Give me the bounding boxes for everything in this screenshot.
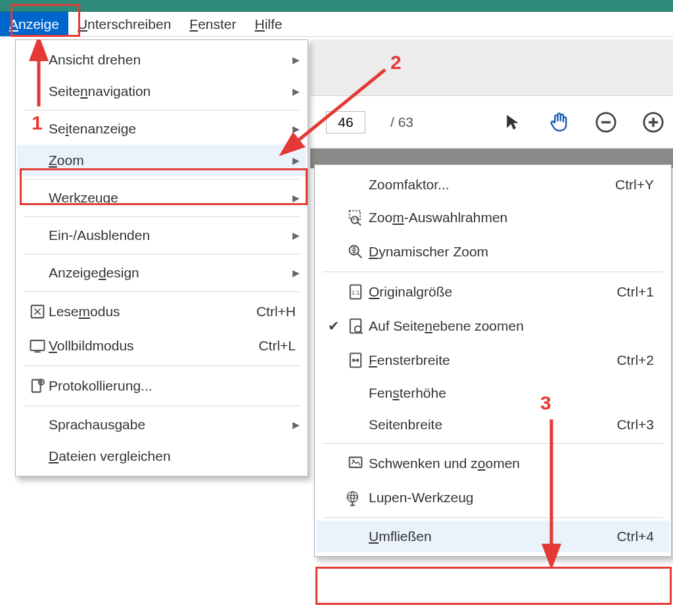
menu-item-ein-ausblenden[interactable]: Ein-/Ausblenden▶ [17,220,306,251]
menu-item-ansicht-drehen[interactable]: Ansicht drehen▶ [17,44,306,76]
svg-point-21 [355,326,361,332]
menu-item-seitennavigation[interactable]: Seitennavigation▶ [17,76,306,107]
title-bar [0,0,673,12]
submenu-item-fensterbreite[interactable]: FensterbreiteCtrl+2 [316,343,670,377]
actual-icon: 1:1 [342,283,369,301]
submenu-arrow-icon: ▶ [288,55,300,65]
menu-item-lesemodus[interactable]: LesemodusCtrl+H [17,295,306,329]
menu-item-label: Vollbildmodus [49,338,258,354]
submenu-arrow-icon: ▶ [288,419,300,430]
menu-item-label: Dateien vergleichen [49,448,300,464]
svg-rect-13 [350,211,360,220]
submenu-arrow-icon: ▶ [288,124,300,134]
menu-separator [24,366,300,366]
menu-item-werkzeuge[interactable]: Werkzeuge▶ [17,182,306,214]
submenu-item-label: Dynamischer Zoom [369,244,658,260]
submenu-item-label: Zoom-Auswahlrahmen [369,210,658,225]
menu-separator [323,517,663,518]
submenu-item-shortcut: Ctrl+3 [616,417,658,433]
menu-item-dateien-vergleichen[interactable]: Dateien vergleichen [17,440,306,472]
zoom-submenu: Zoomfaktor...Ctrl+YZoom-AuswahlrahmenDyn… [314,164,672,557]
log-icon [26,377,49,395]
menu-item-label: Zoom [49,153,288,168]
zoom-out-icon[interactable] [595,111,617,133]
menu-item-label: Anzeigedesign [49,265,288,281]
toolbar-area: / 63 [310,39,673,168]
fitpage-icon [342,317,369,335]
submenu-item-label: Schwenken und zoomen [369,456,658,471]
submenu-item-umflie-en[interactable]: UmfließenCtrl+4 [316,521,670,552]
svg-line-15 [357,222,361,225]
menu-item-label: Seitennavigation [49,83,288,99]
hand-tool-icon[interactable] [547,111,570,133]
submenu-item-dynamischer-zoom[interactable]: Dynamischer Zoom [316,235,670,269]
select-tool-icon[interactable] [503,112,522,133]
menu-separator [24,110,300,110]
menu-separator [24,406,300,406]
fitwidth-icon [342,351,369,369]
submenu-item-zoom-auswahlrahmen[interactable]: Zoom-Auswahlrahmen [316,201,670,235]
submenu-item-fensterh-he[interactable]: Fensterhöhe [316,377,670,409]
submenu-item-label: Zoomfaktor... [369,177,615,193]
fullscreen-icon [26,337,49,355]
menu-bar: AnzeigeUnterschreibenFensterHilfe [0,12,673,37]
menu-separator [24,179,300,179]
submenu-item-seitenbreite[interactable]: SeitenbreiteCtrl+3 [316,409,670,440]
check-icon: ✔ [325,318,342,334]
menubar-item-fenster[interactable]: Fenster [180,12,245,36]
menu-separator [24,254,300,254]
svg-point-25 [352,460,354,462]
submenu-item-label: Auf Seitenebene zoomen [369,318,658,334]
submenu-item-originalgr-e[interactable]: 1:1OriginalgrößeCtrl+1 [316,275,670,309]
menu-item-zoom[interactable]: Zoom▶ [17,145,306,176]
menu-item-label: Lesemodus [49,304,256,320]
submenu-item-label: Umfließen [369,529,616,544]
menu-item-shortcut: Ctrl+L [258,338,300,354]
menubar-item-unterschreiben[interactable]: Unterschreiben [68,12,180,36]
submenu-item-schwenken-und-zoomen[interactable]: Schwenken und zoomen [316,446,670,481]
menu-separator [323,272,663,272]
menu-item-vollbildmodus[interactable]: VollbildmodusCtrl+L [17,329,306,363]
menu-separator [24,216,300,217]
reading-icon [26,302,49,321]
menu-separator [323,443,663,444]
menu-item-sprachausgabe[interactable]: Sprachausgabe▶ [17,409,306,440]
menu-item-label: Ein-/Ausblenden [49,227,288,243]
menu-item-anzeigedesign[interactable]: Anzeigedesign▶ [17,257,306,289]
marquee-icon [342,208,369,227]
pan-icon [342,454,369,473]
dynamic-icon [342,243,369,261]
menubar-item-hilfe[interactable]: Hilfe [246,12,292,36]
svg-text:1:1: 1:1 [352,289,360,296]
submenu-arrow-icon: ▶ [288,268,300,278]
submenu-arrow-icon: ▶ [288,193,300,203]
submenu-item-label: Seitenbreite [369,417,616,433]
menu-item-protokollierung-[interactable]: Protokollierung... [17,369,306,403]
submenu-item-auf-seitenebene-zoomen[interactable]: ✔Auf Seitenebene zoomen [316,309,670,343]
submenu-arrow-icon: ▶ [288,230,300,241]
menu-item-label: Protokollierung... [49,378,300,394]
svg-point-26 [347,496,358,499]
submenu-item-label: Originalgröße [369,284,616,300]
submenu-item-lupen-werkzeug[interactable]: Lupen-Werkzeug [316,481,670,515]
page-number-input[interactable] [326,111,365,133]
submenu-item-shortcut: Ctrl+1 [616,284,658,300]
menu-item-label: Sprachausgabe [49,417,288,433]
svg-line-17 [357,253,361,258]
page-total: / 63 [390,114,413,130]
submenu-item-zoomfaktor-[interactable]: Zoomfaktor...Ctrl+Y [316,169,670,201]
annotation-box-3 [315,567,672,605]
view-menu-dropdown: Ansicht drehen▶Seitennavigation▶Seitenan… [15,39,308,477]
submenu-item-label: Fensterbreite [369,352,616,368]
menubar-item-anzeige[interactable]: Anzeige [0,12,68,36]
menu-item-seitenanzeige[interactable]: Seitenanzeige▶ [17,113,306,145]
loupe-icon [342,488,369,507]
svg-rect-9 [31,341,45,350]
menu-item-label: Ansicht drehen [49,52,288,68]
submenu-arrow-icon: ▶ [288,86,300,97]
zoom-in-icon[interactable] [642,111,664,133]
submenu-item-shortcut: Ctrl+Y [615,177,658,193]
submenu-item-label: Fensterhöhe [369,385,658,401]
menu-item-shortcut: Ctrl+H [256,304,300,320]
submenu-item-shortcut: Ctrl+2 [616,352,658,368]
